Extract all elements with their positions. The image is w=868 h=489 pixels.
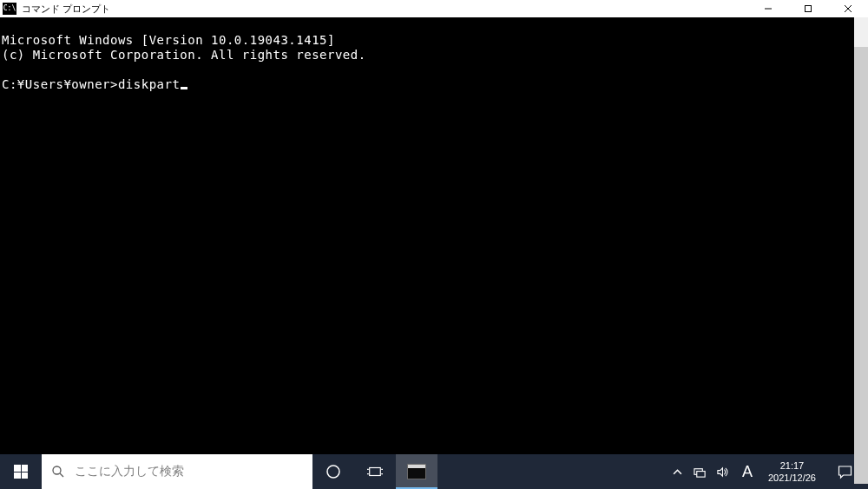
search-placeholder: ここに入力して検索 (75, 464, 184, 479)
taskbar: ここに入力して検索 (0, 454, 868, 489)
tray-overflow-button[interactable] (667, 454, 688, 489)
scrollbar-thumb[interactable] (854, 47, 868, 484)
system-tray: A 21:17 2021/12/26 (667, 454, 868, 489)
ime-indicator[interactable]: A (735, 463, 760, 481)
network-icon[interactable] (690, 454, 711, 489)
cmd-icon (407, 464, 426, 479)
minimize-button[interactable] (748, 0, 788, 17)
cortana-button[interactable] (312, 454, 354, 489)
clock-time: 21:17 (780, 459, 805, 472)
svg-line-5 (60, 473, 63, 477)
terminal-cursor (181, 87, 187, 89)
volume-icon[interactable] (713, 454, 733, 489)
close-button[interactable] (828, 0, 868, 17)
svg-rect-1 (806, 6, 812, 12)
taskbar-search[interactable]: ここに入力して検索 (42, 454, 312, 489)
svg-rect-7 (370, 468, 381, 476)
svg-rect-13 (697, 471, 705, 477)
app-icon: C:\ (3, 3, 16, 15)
search-icon (42, 465, 75, 479)
clock-date: 2021/12/26 (768, 472, 816, 484)
terminal-scrollbar[interactable] (854, 17, 868, 454)
taskbar-app-cmd[interactable] (396, 454, 437, 489)
taskbar-clock[interactable]: 21:17 2021/12/26 (761, 459, 823, 484)
windows-logo-icon (14, 465, 28, 479)
svg-marker-14 (718, 467, 723, 475)
svg-point-4 (53, 466, 61, 474)
start-button[interactable] (0, 454, 42, 489)
terminal[interactable]: Microsoft Windows [Version 10.0.19043.14… (0, 17, 868, 454)
window-titlebar: C:\ コマンド プロンプト (0, 0, 868, 17)
maximize-button[interactable] (788, 0, 828, 17)
window-title: コマンド プロンプト (22, 3, 110, 16)
svg-point-6 (327, 466, 339, 478)
terminal-output: Microsoft Windows [Version 10.0.19043.14… (2, 33, 866, 92)
terminal-command: diskpart (118, 77, 180, 91)
task-view-button[interactable] (354, 454, 396, 489)
